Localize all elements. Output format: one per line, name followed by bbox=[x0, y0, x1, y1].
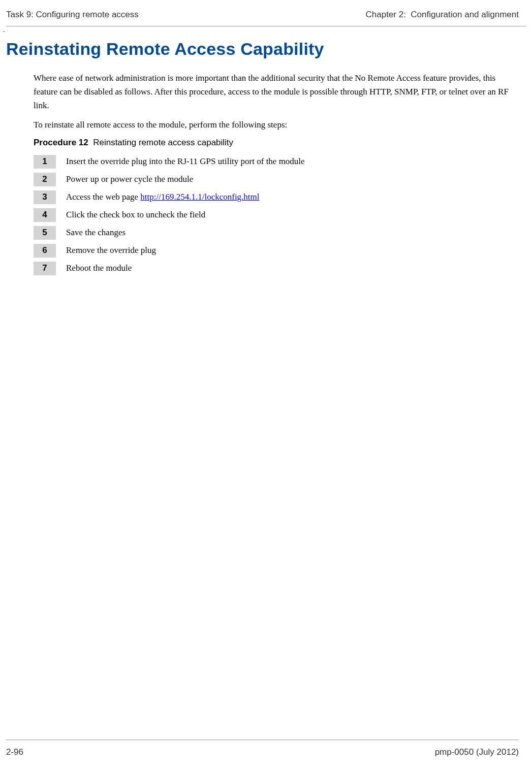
lockconfig-link[interactable]: http://169.254.1.1/lockconfig.html bbox=[140, 192, 259, 202]
page-header: Task 9: Configuring remote access Chapte… bbox=[0, 0, 532, 26]
step-row: 2 Power up or power cycle the module bbox=[34, 173, 532, 186]
step-text: Insert the override plug into the RJ-11 … bbox=[66, 156, 305, 167]
header-chapter: Chapter 2: Configuration and alignment bbox=[366, 10, 519, 20]
step-number: 2 bbox=[34, 173, 56, 186]
step-number: 1 bbox=[34, 155, 56, 169]
step-row: 3 Access the web page http://169.254.1.1… bbox=[34, 190, 532, 204]
step-row: 1 Insert the override plug into the RJ-1… bbox=[34, 155, 532, 169]
header-divider bbox=[6, 26, 526, 26]
step-text: Access the web page http://169.254.1.1/l… bbox=[66, 192, 260, 202]
procedure-title-text: Reinstating remote access capability bbox=[93, 138, 233, 147]
step-number: 5 bbox=[34, 226, 56, 240]
intro-paragraph-2: To reinstate all remote access to the mo… bbox=[0, 118, 532, 132]
header-task: Task 9: Configuring remote access bbox=[6, 10, 139, 20]
procedure-label: Procedure 12 bbox=[34, 138, 88, 147]
footer-divider bbox=[6, 740, 519, 740]
step-text: Save the changes bbox=[66, 228, 126, 238]
page-title: Reinstating Remote Access Capability bbox=[0, 34, 532, 71]
page-number: 2-96 bbox=[6, 747, 23, 757]
step-row: 7 Reboot the module bbox=[34, 262, 532, 275]
step-text: Power up or power cycle the module bbox=[66, 174, 193, 184]
step-prefix: Access the web page bbox=[66, 192, 140, 202]
step-text: Remove the override plug bbox=[66, 245, 156, 255]
step-number: 3 bbox=[34, 190, 56, 204]
step-number: 7 bbox=[34, 262, 56, 275]
intro-paragraph-1: Where ease of network administration is … bbox=[0, 71, 532, 113]
step-number: 6 bbox=[34, 244, 56, 258]
step-text: Reboot the module bbox=[66, 263, 132, 273]
stray-dash: - bbox=[0, 28, 532, 34]
document-id: pmp-0050 (July 2012) bbox=[435, 747, 519, 757]
page-footer: 2-96 pmp-0050 (July 2012) bbox=[6, 740, 519, 757]
header-chapter-prefix: Chapter 2: bbox=[366, 10, 406, 19]
steps-list: 1 Insert the override plug into the RJ-1… bbox=[0, 155, 532, 275]
step-number: 4 bbox=[34, 208, 56, 222]
step-row: 4 Click the check box to uncheck the fie… bbox=[34, 208, 532, 222]
procedure-heading: Procedure 12 Reinstating remote access c… bbox=[0, 137, 532, 155]
step-text: Click the check box to uncheck the field bbox=[66, 210, 205, 220]
header-chapter-suffix: Configuration and alignment bbox=[411, 10, 519, 19]
step-row: 6 Remove the override plug bbox=[34, 244, 532, 258]
step-row: 5 Save the changes bbox=[34, 226, 532, 240]
